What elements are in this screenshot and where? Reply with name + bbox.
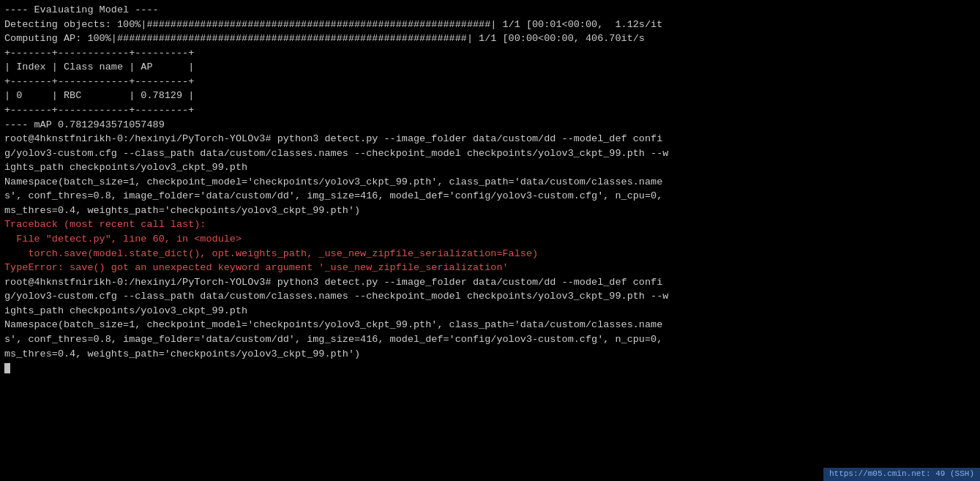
- terminal-line: ---- mAP 0.7812943571057489: [4, 118, 976, 133]
- terminal-line: torch.save(model.state_dict(), opt.weigh…: [4, 247, 976, 261]
- terminal-line: Detecting objects: 100%|################…: [4, 18, 976, 32]
- terminal-line: ights_path checkpoints/yolov3_ckpt_99.pt…: [4, 304, 976, 318]
- terminal-line: Traceback (most recent call last):: [4, 217, 976, 232]
- terminal-line: s', conf_thres=0.8, image_folder='data/c…: [4, 189, 976, 204]
- terminal-line: ---- Evaluating Model ----: [4, 3, 976, 18]
- terminal-line: s', conf_thres=0.8, image_folder='data/c…: [4, 332, 976, 347]
- status-bar: https://m05.cmin.net: 49 (SSH): [823, 468, 980, 481]
- terminal-line: | Index | Class name | AP |: [4, 60, 976, 75]
- terminal-line: File "detect.py", line 60, in <module>: [4, 232, 976, 247]
- terminal-line: +-------+------------+---------+: [4, 103, 976, 118]
- terminal-cursor: [4, 363, 10, 373]
- terminal-cursor-line: [4, 361, 976, 376]
- terminal-line: root@4hknstfnirikh-0:/hexinyi/PyTorch-YO…: [4, 132, 976, 146]
- terminal-line: +-------+------------+---------+: [4, 46, 976, 61]
- terminal-line: Computing AP: 100%|#####################…: [4, 31, 976, 46]
- terminal-line: g/yolov3-custom.cfg --class_path data/cu…: [4, 146, 976, 161]
- terminal-line: g/yolov3-custom.cfg --class_path data/cu…: [4, 289, 976, 304]
- terminal-line: Namespace(batch_size=1, checkpoint_model…: [4, 318, 976, 332]
- terminal-line: ights_path checkpoints/yolov3_ckpt_99.pt…: [4, 160, 976, 175]
- terminal-line: | 0 | RBC | 0.78129 |: [4, 89, 976, 103]
- terminal-line: ms_thres=0.4, weights_path='checkpoints/…: [4, 347, 976, 362]
- terminal-line: +-------+------------+---------+: [4, 75, 976, 89]
- terminal-line: ms_thres=0.4, weights_path='checkpoints/…: [4, 204, 976, 218]
- terminal-line: TypeError: save() got an unexpected keyw…: [4, 261, 976, 275]
- terminal-line: root@4hknstfnirikh-0:/hexinyi/PyTorch-YO…: [4, 275, 976, 290]
- terminal-line: Namespace(batch_size=1, checkpoint_model…: [4, 175, 976, 190]
- terminal: ---- Evaluating Model ----Detecting obje…: [0, 0, 980, 481]
